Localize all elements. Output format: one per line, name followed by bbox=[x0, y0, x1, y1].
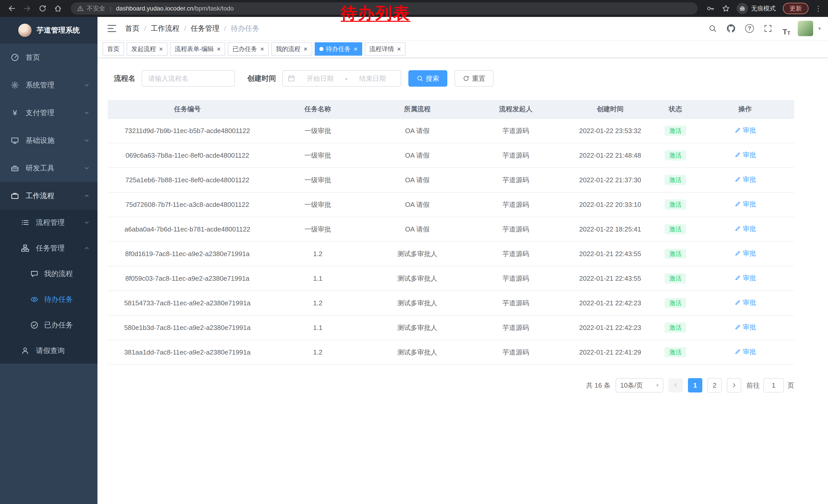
goto-page-input[interactable] bbox=[763, 378, 784, 393]
sidebar-item-system[interactable]: 系统管理 bbox=[0, 71, 97, 99]
table-row: 8f0d1619-7ac8-11ec-a9e2-a2380e71991a1.2测… bbox=[108, 241, 794, 266]
password-key-icon[interactable] bbox=[704, 2, 717, 15]
tab-已办任务[interactable]: 已办任务× bbox=[228, 42, 268, 56]
search-icon[interactable] bbox=[705, 21, 720, 36]
warning-icon bbox=[77, 5, 84, 12]
sidebar-item-payment[interactable]: ¥ 支付管理 bbox=[0, 99, 97, 127]
tab-首页[interactable]: 首页 bbox=[102, 42, 124, 56]
sidebar-item-task-mgmt[interactable]: 任务管理 bbox=[0, 235, 97, 261]
reload-icon[interactable] bbox=[36, 2, 49, 15]
edit-pencil-icon bbox=[734, 226, 741, 232]
forward-icon[interactable] bbox=[20, 2, 34, 15]
collapse-sidebar-icon[interactable] bbox=[105, 21, 119, 36]
annotation-overlay: 待办列表 bbox=[341, 2, 410, 25]
cell-process: 测试多审批人 bbox=[369, 340, 466, 365]
cell-starter: 芋道源码 bbox=[466, 217, 566, 241]
cell-starter: 芋道源码 bbox=[466, 143, 566, 168]
approve-link[interactable]: 审批 bbox=[734, 323, 756, 332]
col-task-name: 任务名称 bbox=[267, 100, 369, 119]
approve-link[interactable]: 审批 bbox=[734, 348, 756, 356]
cell-starter: 芋道源码 bbox=[466, 291, 566, 315]
reset-button[interactable]: 重置 bbox=[455, 70, 494, 87]
avatar-caret-icon[interactable]: ▾ bbox=[818, 26, 821, 32]
end-date-placeholder: 结束日期 bbox=[349, 74, 396, 83]
cell-process: 测试多审批人 bbox=[369, 266, 466, 291]
tab-发起流程[interactable]: 发起流程× bbox=[127, 42, 167, 56]
table-row: 580e1b3d-7ac8-11ec-a9e2-a2380e71991a1.1测… bbox=[108, 315, 794, 340]
sidebar-item-leave-query[interactable]: 请假查询 bbox=[0, 338, 97, 364]
task-table-header: 任务编号 任务名称 所属流程 流程发起人 创建时间 状态 操作 bbox=[108, 100, 794, 119]
date-range-picker[interactable]: 开始日期 - 结束日期 bbox=[282, 70, 401, 87]
cell-starter: 芋道源码 bbox=[466, 315, 566, 340]
tab-close-icon[interactable]: × bbox=[397, 46, 401, 52]
tab-close-icon[interactable]: × bbox=[260, 46, 264, 52]
next-page-button[interactable] bbox=[727, 378, 741, 393]
breadcrumb-task-mgmt[interactable]: 任务管理 bbox=[191, 24, 219, 33]
col-starter: 流程发起人 bbox=[466, 100, 566, 119]
app-logo[interactable]: 芋道管理系统 bbox=[0, 17, 97, 44]
cell-task-id: 58154733-7ac8-11ec-a9e2-a2380e71991a bbox=[108, 291, 267, 315]
edit-pencil-icon bbox=[734, 250, 741, 257]
cell-starter: 芋道源码 bbox=[466, 168, 566, 192]
status-badge: 激活 bbox=[665, 322, 686, 333]
font-size-icon[interactable]: TT bbox=[779, 21, 794, 36]
search-button[interactable]: 搜索 bbox=[408, 70, 447, 87]
edit-pencil-icon bbox=[734, 324, 741, 331]
help-icon[interactable]: ? bbox=[742, 21, 757, 36]
process-name-input[interactable] bbox=[141, 70, 235, 87]
edit-pencil-icon bbox=[734, 152, 741, 158]
sidebar-item-home[interactable]: 首页 bbox=[0, 44, 97, 71]
sidebar-item-workflow[interactable]: 工作流程 bbox=[0, 182, 97, 210]
fullscreen-icon[interactable] bbox=[761, 21, 775, 36]
user-avatar[interactable] bbox=[798, 21, 813, 36]
chevron-down-icon bbox=[84, 166, 89, 171]
sidebar-item-done-tasks[interactable]: 已办任务 bbox=[0, 312, 97, 338]
page-content: 流程名 创建时间 开始日期 - 结束日期 搜索 重置 bbox=[97, 58, 828, 504]
approve-link[interactable]: 审批 bbox=[734, 224, 756, 233]
approve-link[interactable]: 审批 bbox=[734, 274, 756, 282]
chevron-up-icon bbox=[84, 245, 89, 251]
sidebar-item-process-mgmt[interactable]: 流程管理 bbox=[0, 210, 97, 235]
home-icon[interactable] bbox=[51, 2, 65, 15]
breadcrumb-workflow[interactable]: 工作流程 bbox=[151, 24, 179, 33]
sidebar-item-todo-tasks[interactable]: 待办任务 bbox=[0, 287, 97, 312]
sidebar-item-devtools[interactable]: 研发工具 bbox=[0, 154, 97, 182]
approve-link[interactable]: 审批 bbox=[734, 126, 756, 135]
approve-link[interactable]: 审批 bbox=[734, 150, 756, 159]
cell-created-time: 2022-01-22 18:25:41 bbox=[566, 217, 655, 241]
approve-link[interactable]: 审批 bbox=[734, 200, 756, 209]
update-button[interactable]: 更新 bbox=[783, 3, 809, 14]
main-area: 首页 / 工作流程 / 任务管理 / 待办任务 ? TT bbox=[97, 17, 828, 504]
tab-待办任务[interactable]: 待办任务× bbox=[315, 42, 362, 56]
cell-process: OA 请假 bbox=[369, 168, 466, 192]
page-button-1[interactable]: 1 bbox=[688, 378, 702, 393]
tab-流程详情[interactable]: 流程详情× bbox=[365, 42, 406, 56]
page-size-select[interactable]: 10条/页 ▾ bbox=[616, 378, 663, 393]
tab-close-icon[interactable]: × bbox=[354, 46, 358, 52]
approve-link[interactable]: 审批 bbox=[734, 298, 756, 307]
tab-流程表单-编辑[interactable]: 流程表单-编辑× bbox=[170, 42, 225, 56]
status-badge: 激活 bbox=[665, 249, 686, 259]
tab-close-icon[interactable]: × bbox=[159, 46, 163, 52]
sidebar-item-my-process[interactable]: 我的流程 bbox=[0, 261, 97, 287]
tab-label: 发起流程 bbox=[131, 45, 156, 53]
tab-close-icon[interactable]: × bbox=[217, 46, 220, 52]
cell-task-id: 580e1b3d-7ac8-11ec-a9e2-a2380e71991a bbox=[108, 315, 267, 340]
col-created: 创建时间 bbox=[566, 100, 655, 119]
chevron-down-icon: ▾ bbox=[656, 382, 659, 388]
sidebar-item-infra[interactable]: 基础设施 bbox=[0, 127, 97, 154]
tab-close-icon[interactable]: × bbox=[304, 46, 307, 52]
tab-我的流程[interactable]: 我的流程× bbox=[272, 42, 312, 56]
breadcrumb-home[interactable]: 首页 bbox=[125, 24, 139, 33]
back-icon[interactable] bbox=[5, 2, 18, 15]
prev-page-button[interactable] bbox=[668, 378, 683, 393]
browser-menu-icon[interactable]: ⋮ bbox=[814, 4, 823, 13]
bookmark-star-icon[interactable] bbox=[719, 2, 733, 15]
approve-link[interactable]: 审批 bbox=[734, 175, 756, 184]
github-icon[interactable] bbox=[724, 21, 738, 36]
cell-created-time: 2022-01-21 22:43:55 bbox=[566, 266, 655, 291]
table-row: 381aa1dd-7ac8-11ec-a9e2-a2380e71991a1.2测… bbox=[108, 340, 794, 365]
cell-starter: 芋道源码 bbox=[466, 340, 566, 365]
approve-link[interactable]: 审批 bbox=[734, 249, 756, 258]
page-button-2[interactable]: 2 bbox=[707, 378, 722, 393]
